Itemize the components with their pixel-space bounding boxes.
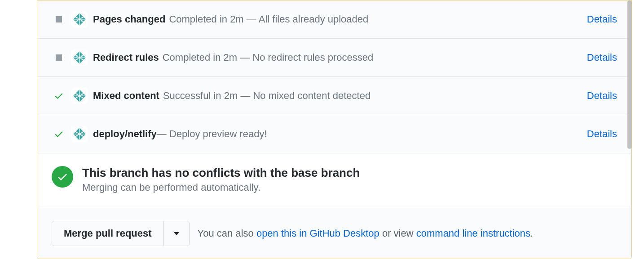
svg-point-19 — [79, 57, 80, 58]
netlify-avatar-icon — [71, 11, 88, 27]
merge-options-dropdown-button[interactable] — [163, 221, 189, 246]
netlify-avatar-icon — [71, 49, 88, 66]
svg-point-6 — [81, 17, 83, 18]
svg-point-18 — [81, 58, 83, 60]
open-github-desktop-link[interactable]: open this in GitHub Desktop — [256, 228, 379, 239]
success-check-icon — [52, 129, 66, 139]
neutral-status-icon — [52, 54, 66, 61]
merge-hint-text: You can also open this in GitHub Desktop… — [198, 228, 534, 239]
hint-suffix: . — [530, 228, 533, 239]
svg-point-25 — [76, 93, 77, 94]
success-check-icon — [52, 91, 66, 101]
hint-prefix: You can also — [198, 228, 256, 239]
check-name: Mixed content — [93, 90, 159, 102]
scrollbar[interactable] — [627, 0, 631, 149]
details-link[interactable]: Details — [587, 52, 617, 63]
svg-point-38 — [81, 135, 83, 136]
svg-point-7 — [76, 20, 77, 22]
svg-point-16 — [81, 55, 83, 56]
merge-status-title: This branch has no conflicts with the ba… — [82, 166, 360, 180]
check-row-deploy-netlify: deploy/netlify — Deploy preview ready! D… — [37, 115, 631, 153]
merge-pull-request-button[interactable]: Merge pull request — [52, 221, 163, 246]
svg-point-17 — [76, 58, 77, 60]
merge-status-subtitle: Merging can be performed automatically. — [82, 182, 360, 193]
svg-point-36 — [81, 131, 83, 133]
merge-status-section: This branch has no conflicts with the ba… — [37, 153, 631, 208]
svg-point-15 — [76, 55, 77, 56]
check-row-pages-changed: Pages changed Completed in 2m — All file… — [37, 0, 631, 38]
check-row-mixed-content: Mixed content Successful in 2m — No mixe… — [37, 76, 631, 115]
check-description: Completed in 2m — All files already uplo… — [169, 13, 368, 25]
check-name: Pages changed — [93, 13, 165, 25]
merge-success-icon — [52, 166, 73, 188]
merge-button-group: Merge pull request — [52, 221, 190, 246]
details-link[interactable]: Details — [587, 90, 617, 102]
check-row-redirect-rules: Redirect rules Completed in 2m — No redi… — [37, 38, 631, 76]
neutral-status-icon — [52, 16, 66, 22]
svg-point-26 — [81, 93, 83, 94]
svg-point-9 — [79, 18, 80, 20]
svg-point-39 — [79, 133, 80, 135]
check-name: deploy/netlify — [93, 128, 157, 140]
checks-list: Pages changed Completed in 2m — All file… — [37, 0, 631, 153]
svg-point-29 — [79, 95, 80, 96]
check-description: — Deploy preview ready! — [157, 128, 267, 140]
netlify-avatar-icon — [71, 88, 88, 104]
check-name: Redirect rules — [93, 52, 159, 63]
netlify-avatar-icon — [71, 126, 88, 142]
caret-down-icon — [174, 232, 179, 235]
check-description: Successful in 2m — No mixed content dete… — [163, 90, 371, 102]
details-link[interactable]: Details — [587, 128, 617, 140]
hint-mid: or view — [379, 228, 416, 239]
check-description: Completed in 2m — No redirect rules proc… — [163, 52, 374, 63]
svg-point-5 — [76, 17, 77, 18]
svg-point-37 — [76, 135, 77, 136]
details-link[interactable]: Details — [587, 13, 617, 25]
svg-point-8 — [81, 20, 83, 22]
svg-point-27 — [76, 97, 77, 98]
svg-point-28 — [81, 97, 83, 98]
merge-actions-section: Merge pull request You can also open thi… — [37, 208, 631, 259]
command-line-instructions-link[interactable]: command line instructions — [416, 228, 530, 239]
svg-point-35 — [76, 131, 77, 133]
